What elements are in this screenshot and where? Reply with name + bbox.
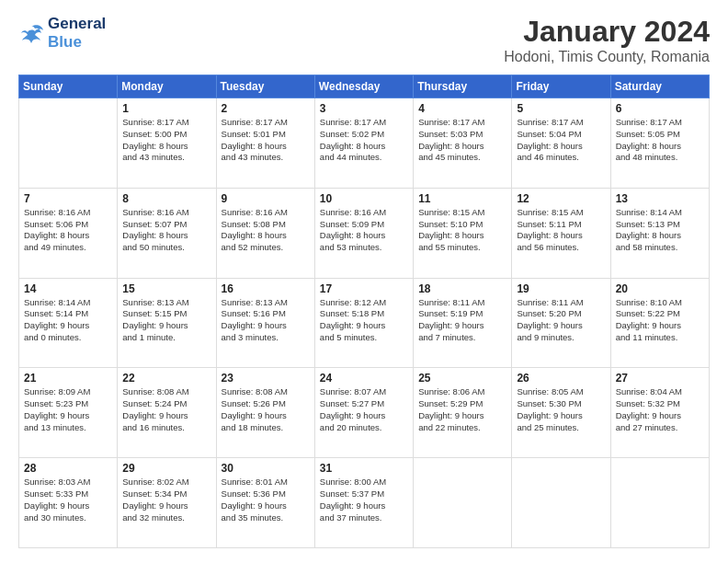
day-info: Sunrise: 8:11 AMSunset: 5:20 PMDaylight:…	[517, 297, 605, 344]
week-row-4: 21Sunrise: 8:09 AMSunset: 5:23 PMDayligh…	[19, 368, 710, 458]
calendar-cell: 1Sunrise: 8:17 AMSunset: 5:00 PMDaylight…	[118, 98, 216, 189]
calendar-cell: 31Sunrise: 8:00 AMSunset: 5:37 PMDayligh…	[314, 458, 413, 548]
day-info: Sunrise: 8:03 AMSunset: 5:33 PMDaylight:…	[24, 477, 112, 523]
day-info: Sunrise: 8:02 AMSunset: 5:34 PMDaylight:…	[122, 477, 210, 523]
calendar-cell: 2Sunrise: 8:17 AMSunset: 5:01 PMDaylight…	[216, 98, 314, 189]
logo: General Blue	[18, 15, 106, 51]
logo-icon	[18, 23, 44, 43]
day-number: 6	[616, 102, 704, 115]
calendar-cell	[19, 98, 118, 189]
day-info: Sunrise: 8:05 AMSunset: 5:30 PMDaylight:…	[517, 386, 605, 433]
day-info: Sunrise: 8:17 AMSunset: 5:01 PMDaylight:…	[222, 117, 310, 164]
calendar-cell: 21Sunrise: 8:09 AMSunset: 5:23 PMDayligh…	[19, 368, 118, 458]
calendar-cell: 13Sunrise: 8:14 AMSunset: 5:13 PMDayligh…	[610, 188, 709, 278]
day-info: Sunrise: 8:10 AMSunset: 5:22 PMDaylight:…	[616, 297, 704, 344]
col-sunday: Sunday	[19, 75, 118, 98]
col-wednesday: Wednesday	[314, 75, 413, 98]
day-number: 11	[418, 192, 506, 205]
col-tuesday: Tuesday	[216, 75, 314, 98]
calendar-cell: 12Sunrise: 8:15 AMSunset: 5:11 PMDayligh…	[512, 188, 610, 278]
day-number: 17	[320, 282, 408, 295]
calendar-cell	[512, 458, 610, 548]
calendar-cell: 20Sunrise: 8:10 AMSunset: 5:22 PMDayligh…	[610, 278, 709, 368]
calendar-cell: 19Sunrise: 8:11 AMSunset: 5:20 PMDayligh…	[512, 278, 610, 368]
page: General Blue January 2024 Hodoni, Timis …	[0, 0, 728, 563]
calendar-table: Sunday Monday Tuesday Wednesday Thursday…	[18, 75, 710, 548]
subtitle: Hodoni, Timis County, Romania	[504, 49, 710, 65]
col-friday: Friday	[512, 75, 610, 98]
day-number: 15	[122, 282, 210, 295]
header-row: Sunday Monday Tuesday Wednesday Thursday…	[19, 75, 710, 98]
day-info: Sunrise: 8:04 AMSunset: 5:32 PMDaylight:…	[616, 386, 704, 433]
col-thursday: Thursday	[414, 75, 512, 98]
calendar-cell: 27Sunrise: 8:04 AMSunset: 5:32 PMDayligh…	[610, 368, 709, 458]
calendar-cell	[414, 458, 512, 548]
col-saturday: Saturday	[610, 75, 709, 98]
day-info: Sunrise: 8:13 AMSunset: 5:16 PMDaylight:…	[222, 297, 310, 344]
day-number: 29	[122, 462, 210, 475]
day-number: 30	[222, 462, 310, 475]
day-info: Sunrise: 8:17 AMSunset: 5:00 PMDaylight:…	[122, 117, 210, 164]
day-info: Sunrise: 8:09 AMSunset: 5:23 PMDaylight:…	[24, 386, 112, 433]
day-number: 2	[222, 102, 310, 115]
calendar-cell: 6Sunrise: 8:17 AMSunset: 5:05 PMDaylight…	[610, 98, 709, 189]
day-info: Sunrise: 8:17 AMSunset: 5:03 PMDaylight:…	[418, 117, 506, 164]
day-number: 20	[616, 282, 704, 295]
week-row-3: 14Sunrise: 8:14 AMSunset: 5:14 PMDayligh…	[19, 278, 710, 368]
day-number: 26	[517, 372, 605, 385]
day-info: Sunrise: 8:12 AMSunset: 5:18 PMDaylight:…	[320, 297, 408, 344]
day-number: 25	[418, 372, 506, 385]
calendar-cell: 29Sunrise: 8:02 AMSunset: 5:34 PMDayligh…	[118, 458, 216, 548]
day-number: 24	[320, 372, 408, 385]
calendar-cell: 16Sunrise: 8:13 AMSunset: 5:16 PMDayligh…	[216, 278, 314, 368]
week-row-5: 28Sunrise: 8:03 AMSunset: 5:33 PMDayligh…	[19, 458, 710, 548]
day-number: 1	[122, 102, 210, 115]
calendar-cell: 30Sunrise: 8:01 AMSunset: 5:36 PMDayligh…	[216, 458, 314, 548]
day-number: 14	[24, 282, 112, 295]
day-info: Sunrise: 8:14 AMSunset: 5:14 PMDaylight:…	[24, 297, 112, 344]
week-row-1: 1Sunrise: 8:17 AMSunset: 5:00 PMDaylight…	[19, 98, 710, 189]
header: General Blue January 2024 Hodoni, Timis …	[18, 15, 710, 65]
day-info: Sunrise: 8:16 AMSunset: 5:06 PMDaylight:…	[24, 207, 112, 254]
day-number: 23	[222, 372, 310, 385]
calendar-cell: 26Sunrise: 8:05 AMSunset: 5:30 PMDayligh…	[512, 368, 610, 458]
calendar-cell: 5Sunrise: 8:17 AMSunset: 5:04 PMDaylight…	[512, 98, 610, 189]
day-number: 13	[616, 192, 704, 205]
calendar-cell: 25Sunrise: 8:06 AMSunset: 5:29 PMDayligh…	[414, 368, 512, 458]
day-number: 28	[24, 462, 112, 475]
col-monday: Monday	[118, 75, 216, 98]
calendar-cell: 4Sunrise: 8:17 AMSunset: 5:03 PMDaylight…	[414, 98, 512, 189]
calendar-cell	[610, 458, 709, 548]
day-info: Sunrise: 8:14 AMSunset: 5:13 PMDaylight:…	[616, 207, 704, 254]
day-number: 18	[418, 282, 506, 295]
calendar-cell: 24Sunrise: 8:07 AMSunset: 5:27 PMDayligh…	[314, 368, 413, 458]
day-number: 3	[320, 102, 408, 115]
day-info: Sunrise: 8:01 AMSunset: 5:36 PMDaylight:…	[222, 477, 310, 523]
calendar-cell: 11Sunrise: 8:15 AMSunset: 5:10 PMDayligh…	[414, 188, 512, 278]
day-info: Sunrise: 8:00 AMSunset: 5:37 PMDaylight:…	[320, 477, 408, 523]
calendar-body: 1Sunrise: 8:17 AMSunset: 5:00 PMDaylight…	[19, 98, 710, 548]
day-info: Sunrise: 8:07 AMSunset: 5:27 PMDaylight:…	[320, 386, 408, 433]
day-info: Sunrise: 8:17 AMSunset: 5:02 PMDaylight:…	[320, 117, 408, 164]
calendar-cell: 23Sunrise: 8:08 AMSunset: 5:26 PMDayligh…	[216, 368, 314, 458]
day-info: Sunrise: 8:13 AMSunset: 5:15 PMDaylight:…	[122, 297, 210, 344]
day-number: 21	[24, 372, 112, 385]
day-info: Sunrise: 8:17 AMSunset: 5:04 PMDaylight:…	[517, 117, 605, 164]
day-number: 9	[222, 192, 310, 205]
calendar-cell: 18Sunrise: 8:11 AMSunset: 5:19 PMDayligh…	[414, 278, 512, 368]
day-info: Sunrise: 8:15 AMSunset: 5:10 PMDaylight:…	[418, 207, 506, 254]
main-title: January 2024	[504, 15, 710, 49]
calendar-header: Sunday Monday Tuesday Wednesday Thursday…	[19, 75, 710, 98]
day-info: Sunrise: 8:16 AMSunset: 5:07 PMDaylight:…	[122, 207, 210, 254]
day-info: Sunrise: 8:06 AMSunset: 5:29 PMDaylight:…	[418, 386, 506, 433]
day-number: 8	[122, 192, 210, 205]
week-row-2: 7Sunrise: 8:16 AMSunset: 5:06 PMDaylight…	[19, 188, 710, 278]
calendar-cell: 7Sunrise: 8:16 AMSunset: 5:06 PMDaylight…	[19, 188, 118, 278]
day-info: Sunrise: 8:15 AMSunset: 5:11 PMDaylight:…	[517, 207, 605, 254]
calendar-cell: 9Sunrise: 8:16 AMSunset: 5:08 PMDaylight…	[216, 188, 314, 278]
calendar-cell: 10Sunrise: 8:16 AMSunset: 5:09 PMDayligh…	[314, 188, 413, 278]
calendar-cell: 15Sunrise: 8:13 AMSunset: 5:15 PMDayligh…	[118, 278, 216, 368]
title-block: January 2024 Hodoni, Timis County, Roman…	[504, 15, 710, 65]
day-number: 19	[517, 282, 605, 295]
calendar-cell: 14Sunrise: 8:14 AMSunset: 5:14 PMDayligh…	[19, 278, 118, 368]
